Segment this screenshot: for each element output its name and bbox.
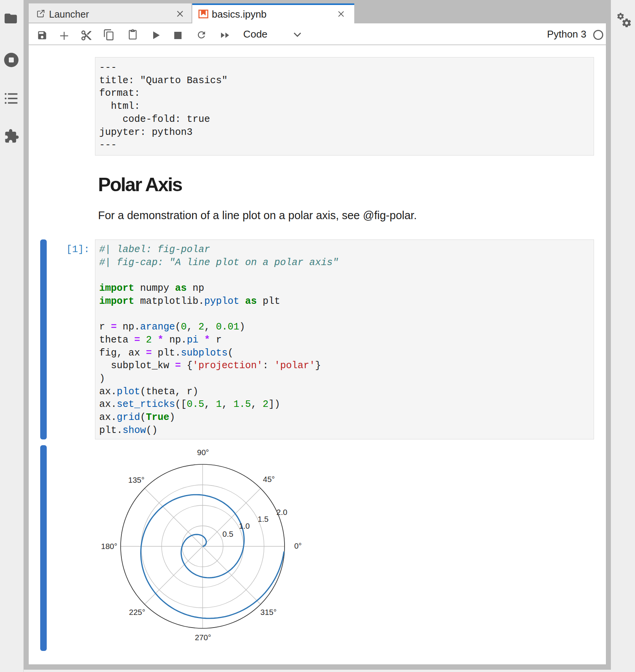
svg-text:180°: 180° bbox=[101, 542, 117, 551]
svg-text:0°: 0° bbox=[294, 541, 302, 550]
svg-text:270°: 270° bbox=[195, 633, 211, 642]
svg-text:1.0: 1.0 bbox=[239, 521, 250, 530]
svg-text:1.5: 1.5 bbox=[258, 515, 269, 523]
svg-text:315°: 315° bbox=[260, 608, 277, 616]
svg-text:135°: 135° bbox=[128, 475, 144, 484]
svg-text:225°: 225° bbox=[129, 608, 145, 616]
svg-text:90°: 90° bbox=[197, 448, 209, 457]
svg-text:2.0: 2.0 bbox=[277, 508, 288, 516]
svg-text:0.5: 0.5 bbox=[223, 529, 234, 538]
svg-text:45°: 45° bbox=[263, 475, 275, 484]
